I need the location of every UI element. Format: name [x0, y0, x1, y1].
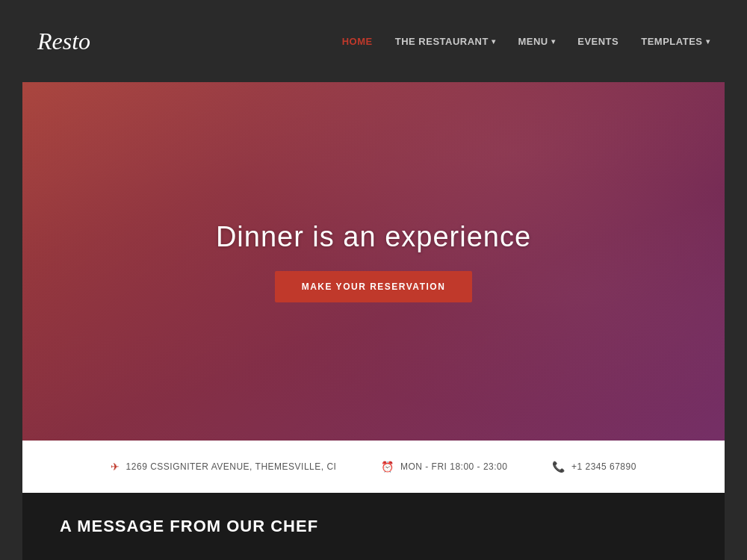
nav-item-menu[interactable]: MENU ▾: [518, 36, 555, 47]
info-bar: ✈ 1269 CSSIGNITER AVENUE, THEMESVILLE, C…: [22, 441, 725, 493]
nav-label-menu: MENU: [518, 36, 548, 47]
address-text: 1269 CSSIGNITER AVENUE, THEMESVILLE, CI: [126, 461, 337, 472]
nav-label-events: EVENTS: [577, 36, 619, 47]
chevron-down-icon: ▾: [492, 37, 496, 46]
hero-content: Dinner is an experience MAKE YOUR RESERV…: [22, 82, 725, 441]
hours-info: ⏰ MON - FRI 18:00 - 23:00: [381, 461, 507, 473]
hero-title: Dinner is an experience: [216, 221, 531, 253]
bottom-section: A MESSAGE FROM OUR CHEF: [22, 493, 725, 560]
location-icon: ✈: [111, 461, 120, 473]
hours-text: MON - FRI 18:00 - 23:00: [400, 461, 508, 472]
hero-section: Dinner is an experience MAKE YOUR RESERV…: [22, 82, 725, 441]
nav-item-restaurant[interactable]: THE RESTAURANT ▾: [395, 36, 496, 47]
nav-item-templates[interactable]: TEMPLATES ▾: [641, 36, 710, 47]
clock-icon: ⏰: [381, 461, 394, 473]
reservation-button[interactable]: MAKE YOUR RESERVATION: [275, 271, 473, 302]
phone-icon: 📞: [552, 461, 565, 473]
phone-text: +1 2345 67890: [571, 461, 636, 472]
chevron-down-icon: ▾: [706, 37, 710, 46]
nav-item-events[interactable]: EVENTS: [577, 36, 619, 47]
nav-item-home[interactable]: HOME: [342, 36, 373, 47]
site-header: Resto HOME THE RESTAURANT ▾ MENU ▾ EVENT…: [0, 0, 747, 82]
nav-label-home: HOME: [342, 36, 373, 47]
nav-label-restaurant: THE RESTAURANT: [395, 36, 489, 47]
nav-label-templates: TEMPLATES: [641, 36, 702, 47]
address-info: ✈ 1269 CSSIGNITER AVENUE, THEMESVILLE, C…: [111, 461, 336, 473]
chef-message-title: A MESSAGE FROM OUR CHEF: [60, 517, 318, 536]
chevron-down-icon: ▾: [551, 37, 556, 46]
main-nav: HOME THE RESTAURANT ▾ MENU ▾ EVENTS TEMP…: [342, 36, 710, 47]
site-logo[interactable]: Resto: [37, 28, 90, 55]
phone-info: 📞 +1 2345 67890: [552, 461, 636, 473]
